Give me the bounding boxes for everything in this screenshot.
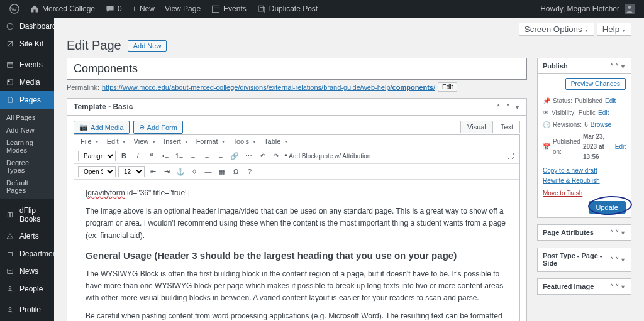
post-title-input[interactable] <box>67 58 527 80</box>
sidebar-sub-all-pages[interactable]: All Pages <box>0 111 54 124</box>
link-button[interactable]: 🔗 <box>229 150 240 161</box>
menubar-tools[interactable]: Tools <box>230 136 259 146</box>
outdent-button[interactable]: ⇤ <box>147 166 158 177</box>
editor-toolbar-2: Open Sans 12pt ⇤ ⇥ ⚓ ◊ — ▦ Ω ? <box>74 164 519 180</box>
bold-button[interactable]: B <box>118 150 130 161</box>
blockquote-button[interactable]: ❝ <box>146 150 157 161</box>
add-form-button[interactable]: ⊕Add Form <box>133 121 183 134</box>
permalink-edit-button[interactable]: Edit <box>438 82 457 92</box>
fontsize-select[interactable]: 12pt <box>118 166 145 177</box>
sidebar-item-site-kit[interactable]: Site Kit <box>0 35 54 53</box>
post-type-metabox: Post Type - Page - Side ˄˅▾ <box>537 248 631 272</box>
svg-rect-8 <box>8 62 13 67</box>
indent-button[interactable]: ⇥ <box>161 166 172 177</box>
metabox-up[interactable]: ˄ <box>609 63 614 70</box>
view-page[interactable]: View Page <box>160 0 205 18</box>
metabox-toggle[interactable]: ▾ <box>514 104 520 111</box>
permalink-url[interactable]: https://www.mccd.edu/about-merced-colleg… <box>102 84 435 91</box>
text-tab[interactable]: Text <box>494 121 520 133</box>
menubar-file[interactable]: File <box>78 136 102 146</box>
help-button[interactable]: ? <box>244 166 255 177</box>
add-new-button[interactable]: Add New <box>128 40 167 52</box>
preview-changes-button[interactable]: Preview Changes <box>565 78 626 90</box>
wp-logo[interactable] <box>5 0 24 18</box>
status-edit-link[interactable]: Edit <box>605 96 616 106</box>
sidebar-sub-learning-modes[interactable]: Learning Modes <box>0 136 54 156</box>
browse-revisions-link[interactable]: Browse <box>591 120 611 130</box>
table-button[interactable]: ▦ <box>216 166 228 177</box>
menubar-edit[interactable]: Edit <box>104 136 129 146</box>
move-to-trash-link[interactable]: Move to Trash <box>543 188 582 199</box>
hr-button[interactable]: — <box>203 166 214 177</box>
sidebar-item-tools[interactable]: Tools <box>0 318 54 321</box>
update-button[interactable]: Update <box>589 201 626 214</box>
media-icon <box>5 77 15 87</box>
help-btn[interactable]: Help <box>597 23 631 36</box>
sidebar-item-media[interactable]: Media <box>0 73 54 91</box>
camera-icon: 📷 <box>79 123 88 131</box>
menubar-view[interactable]: View <box>131 136 159 146</box>
format-select[interactable]: Paragraph <box>78 151 116 161</box>
metabox-down[interactable]: ˅ <box>614 63 620 70</box>
sidebar-item-departments[interactable]: Departments <box>0 245 54 263</box>
sidebar-item-news[interactable]: News <box>0 263 54 280</box>
sidebar-sub-degree-types[interactable]: Degree Types <box>0 156 54 177</box>
redo-button[interactable]: ↷ <box>270 150 282 161</box>
undo-button[interactable]: ↶ <box>257 150 268 161</box>
align-left-button[interactable]: ≡ <box>187 150 199 161</box>
menubar-table[interactable]: Table <box>262 136 291 146</box>
pin-icon: 📌 <box>543 96 550 106</box>
sidebar-sub-default-pages[interactable]: Default Pages <box>0 177 54 197</box>
calendar-icon: 📅 <box>543 142 550 152</box>
code-button[interactable]: ◊ <box>189 166 200 177</box>
rewrite-link[interactable]: Rewrite & Republish <box>543 177 600 184</box>
add-media-button[interactable]: 📷Add Media <box>74 121 130 134</box>
align-right-button[interactable]: ≡ <box>215 150 226 161</box>
sidebar-item-events[interactable]: Events <box>0 56 54 73</box>
duplicate-post[interactable]: Duplicate Post <box>252 0 322 18</box>
sidebar-item-alerts[interactable]: Alerts <box>0 227 54 245</box>
editor-body[interactable]: [gravityform id="36" title="true"] The i… <box>74 180 519 321</box>
sitekit-icon <box>5 39 15 49</box>
copy-draft-link[interactable]: Copy to a new draft <box>543 167 597 174</box>
howdy-user[interactable]: Howdy, Megan Fletcher <box>536 0 639 18</box>
date-edit-link[interactable]: Edit <box>615 142 626 152</box>
visual-tab[interactable]: Visual <box>460 121 493 133</box>
special-char-button[interactable]: Ω <box>230 166 242 177</box>
more-button[interactable]: ⋯ <box>243 150 254 161</box>
comments[interactable]: 0 <box>101 0 126 18</box>
template-metabox: Template - Basic ˄ ˅ ▾ 📷Add Media ⊕Add F… <box>67 98 527 321</box>
menubar-format[interactable]: Format <box>194 136 228 146</box>
book-icon <box>5 210 15 220</box>
metabox-toggle[interactable]: ▾ <box>620 63 626 70</box>
bullet-list-button[interactable]: •≡ <box>160 150 171 161</box>
events-bar[interactable]: Events <box>206 0 251 18</box>
align-center-button[interactable]: ≡ <box>201 150 213 161</box>
new-content[interactable]: +New <box>128 0 159 18</box>
metabox-up[interactable]: ˄ <box>496 104 501 111</box>
anchor-button[interactable]: ⚓ <box>175 166 186 177</box>
sidebar-sub-add-new[interactable]: Add New <box>0 124 54 136</box>
admin-sidebar: DashboardSite Kit EventsMediaPages All P… <box>0 18 54 321</box>
wysiwyg-editor: FileEditViewInsertFormatToolsTable Parag… <box>74 134 520 321</box>
alert-icon <box>5 231 15 241</box>
calendar-icon <box>5 60 15 70</box>
blockquote-attr-button[interactable]: ❝ Add Blockquote w/ Attribution <box>284 153 370 160</box>
sidebar-item-profile[interactable]: Profile <box>0 301 54 318</box>
editor-toolbar-1: Paragraph B I ❝ •≡ 1≡ ≡ ≡ ≡ 🔗 ⋯ ↶ <box>74 148 519 164</box>
screen-options-btn[interactable]: Screen Options <box>519 23 594 36</box>
sidebar-item-dashboard[interactable]: Dashboard <box>0 18 54 35</box>
menubar-insert[interactable]: Insert <box>161 136 191 146</box>
site-home[interactable]: Merced College <box>25 0 99 18</box>
metabox-down[interactable]: ˅ <box>505 104 511 111</box>
page-title: Edit Page <box>67 38 121 53</box>
font-select[interactable]: Open Sans <box>78 166 116 177</box>
number-list-button[interactable]: 1≡ <box>174 150 185 161</box>
italic-button[interactable]: I <box>132 150 143 161</box>
fullscreen-button[interactable]: ⛶ <box>504 150 516 161</box>
sidebar-item-pages[interactable]: Pages <box>0 91 54 109</box>
visibility-edit-link[interactable]: Edit <box>598 108 609 118</box>
sidebar-item-dflip-books[interactable]: dFlip Books <box>0 202 54 227</box>
sidebar-item-people[interactable]: People <box>0 280 54 298</box>
svg-point-15 <box>9 307 11 310</box>
